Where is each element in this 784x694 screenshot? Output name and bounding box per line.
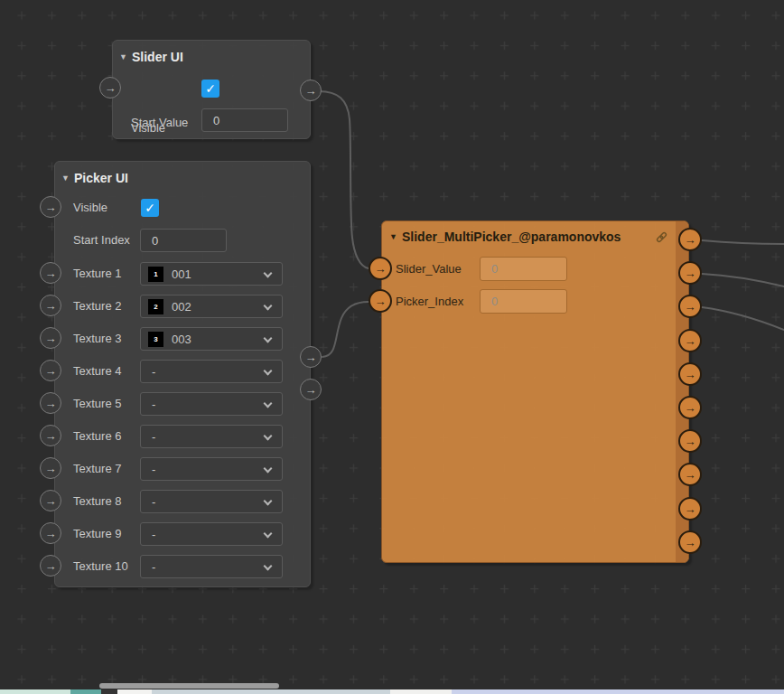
arrow-right-icon: → xyxy=(685,267,696,279)
arrow-right-icon: → xyxy=(305,352,317,363)
port-out-picker-1[interactable]: → xyxy=(300,346,322,368)
node-slider-ui[interactable]: ▼ Slider UI Visible Start Value 0 xyxy=(112,40,311,139)
node-title: Picker UI xyxy=(74,169,128,187)
port-in-texture-4[interactable]: → xyxy=(40,360,61,381)
texture-label: Texture 3 xyxy=(73,327,121,351)
texture-label: Texture 5 xyxy=(73,392,121,416)
node-picker-ui[interactable]: ▼ Picker UI Visible Start Index 0 Textur… xyxy=(54,161,311,587)
dropdown-selected-value: - xyxy=(152,398,155,411)
link-icon xyxy=(655,230,668,244)
chevron-down-icon xyxy=(264,399,273,408)
node-graph-canvas[interactable]: ▼ Slider UI Visible Start Value 0 ▼ Pick… xyxy=(0,0,784,694)
collapse-triangle-icon[interactable]: ▼ xyxy=(389,228,397,246)
port-in-slider-value[interactable]: → xyxy=(369,257,392,280)
port-in-picker-visible[interactable]: → xyxy=(40,196,61,218)
node-title: Slider UI xyxy=(132,48,183,66)
texture-dropdown[interactable]: 2002 xyxy=(140,295,283,318)
horizontal-scrollbar-thumb[interactable] xyxy=(99,683,279,689)
chevron-down-icon xyxy=(264,269,273,278)
chevron-down-icon xyxy=(264,302,273,311)
texture-dropdown[interactable]: - xyxy=(140,522,283,546)
start-index-input[interactable]: 0 xyxy=(140,229,227,252)
dropdown-selected-value: 003 xyxy=(172,333,191,346)
chevron-down-icon xyxy=(264,497,273,506)
node-slider-multipicker[interactable]: ▼ Slider_MultiPicker_@paramonovkos Slide… xyxy=(381,220,689,563)
texture-dropdown[interactable]: 3003 xyxy=(140,327,283,351)
texture-thumbnail: 3 xyxy=(148,332,163,347)
texture-dropdown[interactable]: - xyxy=(140,392,283,416)
collapse-triangle-icon[interactable]: ▼ xyxy=(119,48,127,66)
texture-thumbnail: 2 xyxy=(148,299,163,314)
port-out-multipicker-2[interactable]: → xyxy=(678,261,702,285)
texture-label: Texture 10 xyxy=(73,555,128,578)
dropdown-selected-value: - xyxy=(152,528,155,541)
port-in-texture-9[interactable]: → xyxy=(40,522,61,544)
arrow-right-icon: → xyxy=(685,537,696,549)
picker-index-input[interactable]: 0 xyxy=(480,289,567,314)
port-in-texture-2[interactable]: → xyxy=(40,295,61,316)
texture-dropdown[interactable]: - xyxy=(140,555,283,578)
arrow-right-icon: → xyxy=(45,463,57,474)
texture-dropdown[interactable]: - xyxy=(140,490,283,513)
port-in-texture-8[interactable]: → xyxy=(40,490,61,511)
port-out-multipicker-9[interactable]: → xyxy=(678,497,702,520)
chevron-down-icon xyxy=(264,367,273,376)
port-in-texture-5[interactable]: → xyxy=(40,392,61,414)
arrow-right-icon: → xyxy=(685,436,696,447)
port-in-texture-7[interactable]: → xyxy=(40,457,61,479)
arrow-right-icon: → xyxy=(375,295,387,307)
port-out-multipicker-3[interactable]: → xyxy=(678,295,702,318)
port-out-multipicker-6[interactable]: → xyxy=(678,396,702,419)
port-in-texture-3[interactable]: → xyxy=(40,327,61,349)
texture-label: Texture 1 xyxy=(73,262,121,286)
arrow-right-icon: → xyxy=(45,560,57,572)
texture-thumbnail: 1 xyxy=(148,267,163,282)
port-in-picker-index[interactable]: → xyxy=(369,289,392,313)
dropdown-selected-value: 002 xyxy=(172,300,191,314)
texture-dropdown[interactable]: - xyxy=(140,425,283,448)
arrow-right-icon: → xyxy=(105,82,117,94)
arrow-right-icon: → xyxy=(45,430,57,442)
bottom-preview-strip-segment xyxy=(70,689,101,694)
port-in-slider-visible[interactable]: → xyxy=(99,77,121,98)
slider-value-input[interactable]: 0 xyxy=(480,257,567,281)
texture-label: Texture 8 xyxy=(73,490,121,513)
port-in-texture-6[interactable]: → xyxy=(40,425,61,446)
port-out-multipicker-1[interactable]: → xyxy=(678,228,702,251)
visible-checkbox[interactable] xyxy=(201,80,219,98)
arrow-right-icon: → xyxy=(45,267,57,279)
start-index-label: Start Index xyxy=(73,229,130,252)
start-value-input[interactable]: 0 xyxy=(201,108,288,132)
chevron-down-icon xyxy=(264,464,273,474)
arrow-right-icon: → xyxy=(45,333,57,344)
port-out-multipicker-7[interactable]: → xyxy=(678,429,702,453)
texture-dropdown[interactable]: 1001 xyxy=(140,262,283,286)
port-out-multipicker-10[interactable]: → xyxy=(678,530,702,554)
dropdown-selected-value: 001 xyxy=(172,267,191,281)
arrow-right-icon: → xyxy=(685,301,696,313)
dropdown-selected-value: - xyxy=(152,560,155,574)
arrow-right-icon: → xyxy=(45,528,57,539)
chevron-down-icon xyxy=(264,562,273,571)
visible-checkbox[interactable] xyxy=(141,199,159,217)
dropdown-selected-value: - xyxy=(152,495,155,509)
dropdown-selected-value: - xyxy=(152,365,155,379)
port-out-multipicker-4[interactable]: → xyxy=(678,329,702,352)
bottom-preview-strip-segment xyxy=(452,689,784,694)
port-in-texture-10[interactable]: → xyxy=(40,555,61,577)
port-out-slider-ui[interactable]: → xyxy=(300,80,322,101)
picker-index-label: Picker_Index xyxy=(396,289,463,314)
texture-dropdown[interactable]: - xyxy=(140,457,283,481)
start-value-label: Start Value xyxy=(131,111,188,135)
port-out-multipicker-5[interactable]: → xyxy=(678,362,702,386)
collapse-triangle-icon[interactable]: ▼ xyxy=(61,169,70,187)
port-in-texture-1[interactable]: → xyxy=(40,262,61,284)
port-out-multipicker-8[interactable]: → xyxy=(678,463,702,486)
port-out-picker-2[interactable]: → xyxy=(300,379,322,400)
bottom-preview-strip-segment xyxy=(0,689,70,694)
texture-dropdown[interactable]: - xyxy=(140,360,283,383)
arrow-right-icon: → xyxy=(45,300,57,312)
texture-label: Texture 2 xyxy=(73,295,121,318)
arrow-right-icon: → xyxy=(685,469,696,481)
dropdown-selected-value: - xyxy=(152,463,155,476)
